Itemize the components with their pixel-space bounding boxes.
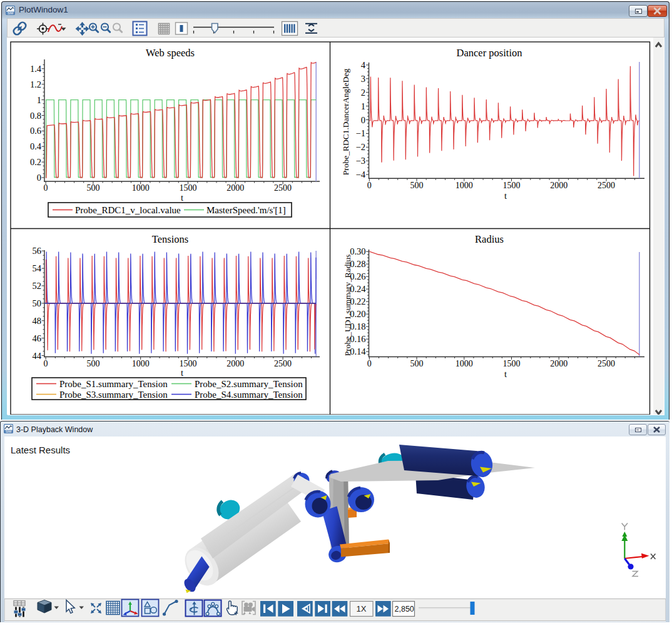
svg-text:500: 500 xyxy=(410,359,424,368)
svg-text:0: 0 xyxy=(361,115,365,125)
svg-text:1: 1 xyxy=(37,95,41,105)
svg-text:0: 0 xyxy=(44,183,48,193)
svg-text:2500: 2500 xyxy=(274,359,292,368)
svg-text:SIM: SIM xyxy=(6,430,11,433)
svg-text:1000: 1000 xyxy=(456,181,473,190)
svg-text:SIM: SIM xyxy=(8,11,13,15)
svg-text:2000: 2000 xyxy=(227,359,244,368)
svg-text:0.2: 0.2 xyxy=(30,157,41,167)
svg-text:−3: −3 xyxy=(356,156,365,166)
svg-text:MasterSpeed.'m/s'[1]: MasterSpeed.'m/s'[1] xyxy=(206,205,286,215)
svg-text:Probe_S3.summary_Tension: Probe_S3.summary_Tension xyxy=(59,390,168,400)
svg-text:44: 44 xyxy=(33,351,42,361)
svg-text:500: 500 xyxy=(86,359,99,368)
svg-text:0.4: 0.4 xyxy=(30,141,42,151)
svg-text:1.4: 1.4 xyxy=(30,64,42,74)
svg-text:−4: −4 xyxy=(356,169,366,179)
svg-text:1000: 1000 xyxy=(132,183,150,193)
svg-text:Probe_S4.summary_Tension: Probe_S4.summary_Tension xyxy=(195,390,303,400)
svg-text:0: 0 xyxy=(44,359,48,368)
svg-text:1500: 1500 xyxy=(503,181,521,190)
svg-text:2000: 2000 xyxy=(550,181,568,190)
svg-text:1500: 1500 xyxy=(180,183,197,193)
svg-text:0: 0 xyxy=(367,359,372,368)
svg-text:0: 0 xyxy=(37,173,41,183)
svg-text:Probe_S1.summary_Tension: Probe_S1.summary_Tension xyxy=(59,379,168,389)
svg-text:0.14: 0.14 xyxy=(350,346,366,356)
svg-text:0.24: 0.24 xyxy=(350,284,366,294)
svg-text:1500: 1500 xyxy=(180,359,197,368)
svg-text:1.2: 1.2 xyxy=(30,79,41,89)
svg-text:0.6: 0.6 xyxy=(30,126,41,136)
svg-text:46: 46 xyxy=(33,333,42,343)
svg-text:3: 3 xyxy=(361,74,365,84)
svg-text:2500: 2500 xyxy=(598,181,615,190)
svg-text:52: 52 xyxy=(33,281,42,291)
svg-text:1: 1 xyxy=(361,101,365,111)
svg-text:1500: 1500 xyxy=(503,359,521,368)
svg-text:2,850: 2,850 xyxy=(395,605,414,613)
svg-text:Tensions: Tensions xyxy=(152,233,188,245)
svg-text:2000: 2000 xyxy=(227,183,244,193)
svg-text:2: 2 xyxy=(361,88,365,98)
svg-text:56: 56 xyxy=(33,246,42,256)
svg-text:Radius: Radius xyxy=(475,233,504,245)
svg-text:50: 50 xyxy=(33,298,42,308)
svg-text:Probe_S2.summary_Tension: Probe_S2.summary_Tension xyxy=(195,379,303,389)
svg-text:1000: 1000 xyxy=(456,359,473,368)
svg-text:Dancer position: Dancer position xyxy=(457,47,522,59)
svg-text:t: t xyxy=(181,193,183,203)
svg-text:4: 4 xyxy=(361,60,366,70)
svg-text:2000: 2000 xyxy=(550,359,568,368)
svg-text:Web speeds: Web speeds xyxy=(146,47,195,59)
svg-text:2500: 2500 xyxy=(598,359,615,368)
svg-text:500: 500 xyxy=(410,181,424,190)
svg-text:0.8: 0.8 xyxy=(30,111,41,121)
svg-text:−2: −2 xyxy=(356,142,365,152)
svg-text:t: t xyxy=(181,368,183,378)
svg-text:−1: −1 xyxy=(356,128,365,138)
svg-text:t: t xyxy=(504,369,507,379)
svg-text:1000: 1000 xyxy=(132,359,150,368)
svg-text:500: 500 xyxy=(86,183,99,193)
svg-text:Probe_RDC1_v_local.value: Probe_RDC1_v_local.value xyxy=(75,205,181,215)
svg-text:48: 48 xyxy=(33,316,42,326)
svg-text:0: 0 xyxy=(367,181,372,190)
svg-text:1X: 1X xyxy=(357,604,367,613)
svg-text:t: t xyxy=(504,191,507,201)
svg-text:Probe_UD1.summary_Radius: Probe_UD1.summary_Radius xyxy=(343,255,352,356)
svg-text:54: 54 xyxy=(33,263,42,273)
svg-text:2500: 2500 xyxy=(274,183,292,193)
svg-text:Probe_RDC1.DancerAngleDeg: Probe_RDC1.DancerAngleDeg xyxy=(341,68,350,175)
